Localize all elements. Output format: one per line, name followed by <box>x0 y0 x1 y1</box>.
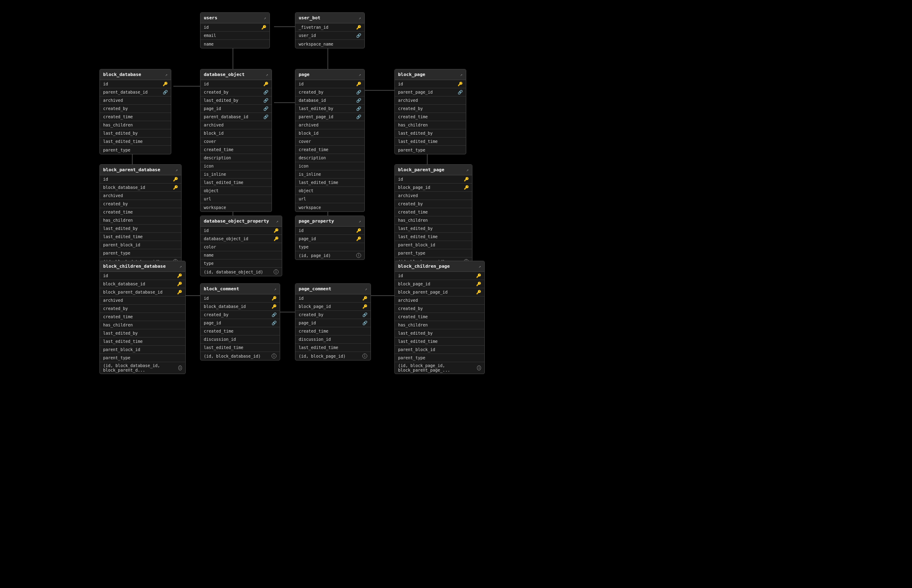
table-header-users[interactable]: users ↗ <box>200 13 269 23</box>
table-row: block_page_id 🔑 <box>295 303 371 311</box>
pk-icon: 🔑 <box>177 290 182 294</box>
table-block-children-database: block_children_database ↗ id 🔑 block_dat… <box>99 261 186 374</box>
pk-icon: 🔑 <box>356 25 361 30</box>
table-header-database-object-property[interactable]: database_object_property ↗ <box>200 216 282 227</box>
external-link-icon-user-bot[interactable]: ↗ <box>359 16 361 20</box>
fk-icon: 🔗 <box>263 90 268 94</box>
table-header-user-bot[interactable]: user_bot ↗ <box>295 13 364 23</box>
table-row: id 🔑 <box>100 272 185 280</box>
table-row: page_id 🔗 <box>295 319 371 327</box>
table-row: page_id 🔑 <box>295 235 364 243</box>
table-row: last_edited_by <box>395 329 484 338</box>
table-row: last_edited_time <box>395 138 466 146</box>
table-row: id 🔑 <box>395 80 466 88</box>
table-row: parent_page_id 🔗 <box>395 88 466 96</box>
table-row: parent_block_id <box>100 241 181 249</box>
table-title-block-children-database: block_children_database <box>103 264 166 269</box>
table-row: archived <box>395 296 484 305</box>
table-row: block_parent_page_id 🔑 <box>395 288 484 296</box>
table-row: page_id 🔗 <box>200 319 280 327</box>
table-header-block-comment[interactable]: block_comment ↗ <box>200 284 280 294</box>
info-icon: i <box>272 354 276 358</box>
table-row: archived <box>395 192 472 200</box>
table-row: description <box>295 154 364 162</box>
table-row: (id, block_page_id, block_parent_page_..… <box>395 362 484 374</box>
pk-icon: 🔑 <box>356 237 361 241</box>
table-row: has_children <box>100 216 181 225</box>
table-row: parent_type <box>395 249 472 257</box>
table-header-block-database[interactable]: block_database ↗ <box>100 69 171 80</box>
info-icon: i <box>362 354 367 358</box>
table-header-block-children-page[interactable]: block_children_page ↗ <box>395 261 484 272</box>
external-link-icon-page[interactable]: ↗ <box>359 72 361 77</box>
pk-icon: 🔑 <box>274 228 279 233</box>
external-link-icon-block-parent-page[interactable]: ↗ <box>466 168 469 172</box>
table-row: created_time <box>100 313 185 321</box>
table-header-page-comment[interactable]: page_comment ↗ <box>295 284 371 294</box>
table-row: created_by <box>395 105 466 113</box>
table-row: last_edited_by <box>100 129 171 138</box>
table-row: id 🔑 <box>200 23 269 32</box>
table-row: has_children <box>100 321 185 329</box>
external-link-icon-page-property[interactable]: ↗ <box>359 219 361 223</box>
pk-icon: 🔑 <box>362 296 367 301</box>
external-link-icon-users[interactable]: ↗ <box>264 16 266 20</box>
external-link-icon-database-object[interactable]: ↗ <box>266 72 268 77</box>
table-row: icon <box>200 162 272 170</box>
pk-icon: 🔑 <box>356 228 361 233</box>
external-link-icon-block-children-database[interactable]: ↗ <box>180 264 182 269</box>
table-row: archived <box>395 96 466 105</box>
external-link-icon-block-children-page[interactable]: ↗ <box>479 264 481 269</box>
table-page: page ↗ id 🔑 created_by 🔗 database_id 🔗 l… <box>295 69 365 212</box>
table-users: users ↗ id 🔑 email name <box>200 12 270 48</box>
table-row: last_edited_by 🔗 <box>200 96 272 105</box>
table-row: (id, block_page_id) i <box>295 352 371 360</box>
table-header-block-parent-page[interactable]: block_parent_page ↗ <box>395 165 472 175</box>
fk-icon: 🔗 <box>272 312 276 317</box>
table-row: created_by 🔗 <box>200 311 280 319</box>
table-row: last_edited_by <box>100 225 181 233</box>
table-header-block-children-database[interactable]: block_children_database ↗ <box>100 261 185 272</box>
info-icon: i <box>274 269 279 274</box>
table-row: block_parent_database_id 🔑 <box>100 288 185 296</box>
table-row: id 🔑 <box>395 272 484 280</box>
table-row: block_database_id 🔑 <box>200 303 280 311</box>
external-link-icon-block-comment[interactable]: ↗ <box>274 287 276 291</box>
pk-icon: 🔑 <box>356 82 361 86</box>
info-icon: i <box>356 253 361 258</box>
external-link-icon-block-page[interactable]: ↗ <box>460 72 463 77</box>
table-row: id 🔑 <box>200 80 272 88</box>
table-row: block_id <box>200 129 272 138</box>
table-header-block-parent-database[interactable]: block_parent_database ↗ <box>100 165 181 175</box>
table-page-comment: page_comment ↗ id 🔑 block_page_id 🔑 crea… <box>295 283 371 361</box>
table-row: id 🔑 <box>100 80 171 88</box>
table-row: id 🔑 <box>395 175 472 184</box>
table-row: parent_block_id <box>100 346 185 354</box>
external-link-icon-page-comment[interactable]: ↗ <box>365 287 367 291</box>
table-row: icon <box>295 162 364 170</box>
table-title-user-bot: user_bot <box>299 15 320 21</box>
table-header-page[interactable]: page ↗ <box>295 69 364 80</box>
external-link-icon-block-database[interactable]: ↗ <box>165 72 168 77</box>
external-link-icon-database-object-property[interactable]: ↗ <box>276 219 279 223</box>
table-header-database-object[interactable]: database_object ↗ <box>200 69 272 80</box>
table-row: discussion_id <box>200 335 280 344</box>
fk-icon: 🔗 <box>356 98 361 103</box>
external-link-icon-block-parent-database[interactable]: ↗ <box>175 168 178 172</box>
table-row: parent_type <box>395 146 466 154</box>
table-row: archived <box>100 96 171 105</box>
table-title-block-children-page: block_children_page <box>398 264 450 269</box>
table-row: last_edited_time <box>100 138 171 146</box>
table-row: workspace <box>200 203 272 211</box>
table-title-users: users <box>204 15 217 21</box>
table-header-block-page[interactable]: block_page ↗ <box>395 69 466 80</box>
pk-icon: 🔑 <box>476 290 481 294</box>
table-header-page-property[interactable]: page_property ↗ <box>295 216 364 227</box>
fk-icon: 🔗 <box>458 90 463 94</box>
fk-icon: 🔗 <box>356 115 361 119</box>
table-row: created_time <box>295 146 364 154</box>
table-user-bot: user_bot ↗ _fivetran_id 🔑 user_id 🔗 work… <box>295 12 365 48</box>
table-title-block-comment: block_comment <box>204 286 239 292</box>
table-block-comment: block_comment ↗ id 🔑 block_database_id 🔑… <box>200 283 280 361</box>
fk-icon: 🔗 <box>356 90 361 94</box>
